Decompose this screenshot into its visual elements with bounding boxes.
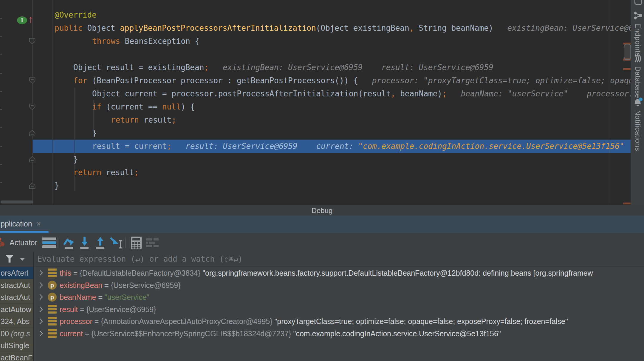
code-line[interactable]: } (73, 153, 78, 166)
variable-name: result (60, 305, 78, 314)
code-token: ; (172, 115, 177, 124)
variable-row[interactable]: this = {DefaultListableBeanFactory@3834}… (34, 267, 644, 279)
variable-type-ref: {UserService@6959} (111, 281, 181, 289)
variable-text: current = {UserService$$EnhancerBySpring… (60, 328, 501, 340)
code-token: @Override (55, 10, 97, 19)
code-line[interactable]: throws BeansException { (92, 35, 199, 48)
code-line[interactable]: if (current == null) { (92, 100, 195, 113)
expand-chevron-icon[interactable] (37, 318, 43, 324)
filter-dropdown-caret-icon[interactable] (20, 258, 25, 261)
code-token: result (106, 168, 134, 177)
analysis-stripe-mark[interactable] (623, 68, 631, 70)
code-token: (Object existingBean (316, 24, 409, 33)
actuator-tab-label[interactable]: Actuator (10, 233, 37, 252)
code-token: result = current (92, 142, 167, 151)
run-to-cursor-icon[interactable] (109, 236, 123, 250)
tab-close-icon[interactable]: × (32, 219, 41, 228)
notifications-icon (633, 97, 643, 107)
variables-tree[interactable]: this = {DefaultListableBeanFactory@3834}… (34, 266, 644, 361)
evaluate-expression-icon[interactable] (129, 236, 143, 250)
code-line[interactable]: return result; (111, 113, 176, 126)
gutter-tick (0, 164, 2, 165)
code-token: (BeanPostProcessor processor : getBeanPo… (92, 76, 358, 85)
code-line[interactable]: return result; (73, 166, 139, 179)
code-line[interactable]: Object result = existingBean; existingBe… (73, 61, 493, 74)
code-line[interactable]: } (92, 126, 97, 140)
code-token: String beanName) (414, 24, 493, 33)
stack-frame-row[interactable]: actBeanF (0, 352, 33, 361)
editor-horizontal-scrollbar-thumb[interactable] (1, 200, 33, 203)
code-token: throws (92, 37, 125, 46)
toolbar-separator (125, 237, 126, 248)
variable-row[interactable]: pexistingBean = {UserService@6959} (34, 279, 644, 291)
inline-debug-hint: existingBean: UserService@6959 (493, 24, 631, 33)
variable-row[interactable]: current = {UserService$$EnhancerBySpring… (34, 328, 644, 340)
tool-window-button-notifications[interactable]: Notifications (631, 97, 644, 151)
code-token: for (73, 76, 92, 85)
variable-row[interactable]: result = {UserService@6959} (34, 303, 644, 315)
stack-frame-row[interactable]: ultSingle (0, 340, 33, 351)
expand-chevron-icon[interactable] (37, 270, 43, 275)
frames-variables-divider[interactable] (33, 252, 34, 361)
stack-frame-row[interactable]: actAutow (0, 303, 33, 315)
expand-chevron-icon[interactable] (37, 306, 43, 312)
debug-panel-header[interactable]: Debug (0, 205, 644, 216)
gutter-tick (0, 146, 2, 147)
step-into-icon[interactable] (78, 236, 92, 250)
evaluate-expression-input[interactable]: Evaluate expression (↵) or add a watch (… (37, 252, 243, 266)
variable-row[interactable]: pbeanName = "userService" (34, 291, 644, 303)
code-token: (current == (106, 102, 162, 111)
gutter-tick (0, 91, 2, 92)
code-token: return (111, 115, 144, 124)
fold-start-icon[interactable] (29, 77, 36, 84)
step-out-icon[interactable] (94, 236, 108, 250)
tool-window-button-database[interactable]: Database (631, 54, 644, 98)
code-editor[interactable]: I ↑ @Overridepublic Object applyBeanPost… (0, 0, 631, 205)
inline-debug-hint: beanName: "userService" processor: "prox… (447, 89, 631, 98)
step-over-icon[interactable] (63, 236, 76, 250)
gutter-tick (0, 18, 2, 19)
frames-view-icon[interactable] (42, 236, 56, 250)
code-token: beanName) (395, 89, 442, 98)
inline-debug-hint: processor: "proxyTargetClass=true; optim… (358, 76, 631, 85)
code-token: , (409, 24, 414, 33)
editor-vertical-scrollbar-thumb[interactable] (624, 44, 631, 60)
code-line[interactable]: result = current; result: UserService@69… (92, 140, 624, 153)
stack-frame-row[interactable]: stractAut (0, 279, 33, 291)
stack-frame-row[interactable]: 324, Abs (0, 315, 33, 327)
code-token: applyBeanPostProcessorsAfterInitializati… (120, 24, 316, 33)
fold-end-icon[interactable] (29, 130, 36, 136)
variable-icon (48, 269, 57, 277)
fold-end-icon[interactable] (29, 156, 36, 163)
code-token: BeansException { (125, 37, 199, 46)
frame-package-label: (org.s (11, 329, 30, 338)
stack-frame-row[interactable]: 00 (org.s (0, 328, 33, 340)
fold-end-icon[interactable] (29, 182, 36, 189)
fold-start-icon[interactable] (29, 104, 36, 110)
code-line[interactable]: @Override (55, 8, 97, 21)
frames-list[interactable]: orsAfterIstractAutstractAutactAutow324, … (0, 266, 33, 361)
variable-row[interactable]: processor = {AnnotationAwareAspectJAutoP… (34, 315, 644, 327)
active-tab-indicator (0, 231, 49, 233)
code-line[interactable]: } (55, 179, 59, 192)
code-line[interactable]: Object current = processor.postProcessAf… (92, 87, 631, 100)
code-line[interactable]: public Object applyBeanPostProcessorsAft… (55, 21, 631, 35)
gutter-tick (0, 127, 2, 128)
code-token: null (162, 102, 181, 111)
stack-frame-row[interactable]: stractAut (0, 291, 33, 303)
stack-frame-row[interactable]: orsAfterI (0, 267, 33, 279)
expand-chevron-icon[interactable] (37, 331, 43, 336)
expand-chevron-icon[interactable] (37, 294, 43, 300)
overrides-method-gutter-icon[interactable]: I (17, 16, 27, 24)
tool-window-button-endpoints[interactable]: Endpoints (631, 11, 644, 56)
variable-name: current (60, 329, 83, 338)
database-icon (633, 54, 643, 63)
code-line[interactable]: for (BeanPostProcessor processor : getBe… (73, 74, 631, 87)
tool-window-label: Notifications (634, 110, 642, 151)
fold-start-icon[interactable] (29, 38, 36, 44)
endpoints-icon (633, 11, 643, 20)
expand-chevron-icon[interactable] (37, 282, 43, 288)
analysis-stripe-mark[interactable] (623, 203, 631, 204)
code-token: } (92, 129, 97, 138)
filter-frames-icon[interactable] (5, 255, 14, 263)
